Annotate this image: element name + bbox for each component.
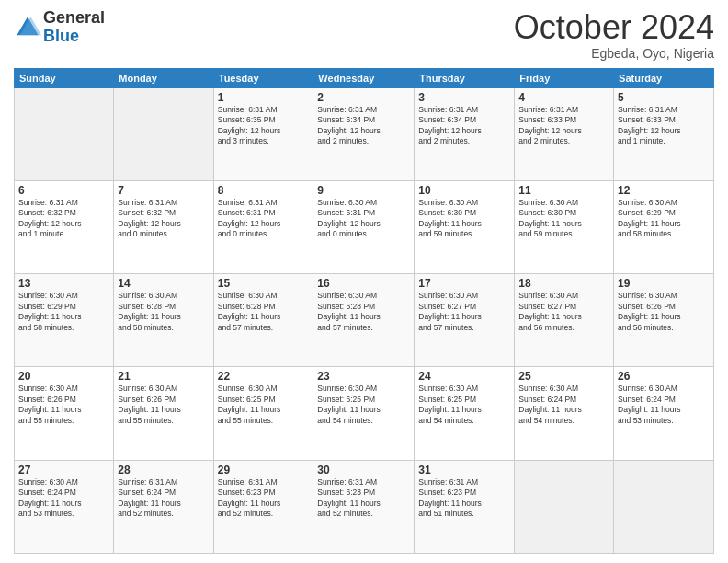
column-header-friday: Friday [515, 68, 614, 87]
page: General Blue October 2024 Egbeda, Oyo, N… [0, 0, 728, 563]
day-cell: 22Sunrise: 6:30 AM Sunset: 6:25 PM Dayli… [213, 367, 313, 460]
day-cell: 1Sunrise: 6:31 AM Sunset: 6:35 PM Daylig… [213, 87, 313, 180]
calendar-header-row: SundayMondayTuesdayWednesdayThursdayFrid… [15, 68, 714, 87]
week-row-4: 20Sunrise: 6:30 AM Sunset: 6:26 PM Dayli… [15, 367, 714, 460]
day-info: Sunrise: 6:30 AM Sunset: 6:26 PM Dayligh… [18, 384, 109, 426]
column-header-sunday: Sunday [15, 68, 114, 87]
day-info: Sunrise: 6:30 AM Sunset: 6:30 PM Dayligh… [518, 198, 609, 240]
header: General Blue October 2024 Egbeda, Oyo, N… [14, 9, 714, 61]
day-info: Sunrise: 6:30 AM Sunset: 6:24 PM Dayligh… [518, 384, 609, 426]
day-number: 9 [317, 184, 410, 197]
day-number: 10 [418, 184, 510, 197]
day-info: Sunrise: 6:31 AM Sunset: 6:24 PM Dayligh… [118, 477, 209, 520]
day-cell: 30Sunrise: 6:31 AM Sunset: 6:23 PM Dayli… [313, 460, 415, 553]
day-info: Sunrise: 6:30 AM Sunset: 6:28 PM Dayligh… [317, 291, 410, 333]
day-info: Sunrise: 6:30 AM Sunset: 6:25 PM Dayligh… [418, 384, 510, 426]
day-info: Sunrise: 6:30 AM Sunset: 6:26 PM Dayligh… [118, 384, 209, 426]
day-cell: 14Sunrise: 6:30 AM Sunset: 6:28 PM Dayli… [114, 274, 213, 367]
day-number: 3 [418, 91, 510, 104]
day-number: 25 [518, 370, 609, 383]
day-number: 18 [518, 277, 609, 290]
calendar-table: SundayMondayTuesdayWednesdayThursdayFrid… [14, 68, 714, 554]
day-info: Sunrise: 6:31 AM Sunset: 6:32 PM Dayligh… [118, 198, 209, 240]
day-cell: 23Sunrise: 6:30 AM Sunset: 6:25 PM Dayli… [313, 367, 415, 460]
day-number: 14 [118, 277, 209, 290]
day-cell: 21Sunrise: 6:30 AM Sunset: 6:26 PM Dayli… [114, 367, 213, 460]
day-number: 17 [418, 277, 510, 290]
logo-icon [14, 14, 41, 41]
day-info: Sunrise: 6:30 AM Sunset: 6:25 PM Dayligh… [317, 384, 410, 426]
day-number: 19 [618, 277, 710, 290]
day-number: 26 [618, 370, 710, 383]
day-cell [515, 460, 614, 553]
day-number: 20 [18, 370, 109, 383]
day-cell: 24Sunrise: 6:30 AM Sunset: 6:25 PM Dayli… [415, 367, 515, 460]
day-number: 31 [418, 464, 510, 477]
calendar-body: 1Sunrise: 6:31 AM Sunset: 6:35 PM Daylig… [15, 87, 714, 553]
day-number: 29 [218, 464, 310, 477]
day-info: Sunrise: 6:31 AM Sunset: 6:35 PM Dayligh… [218, 105, 310, 147]
day-info: Sunrise: 6:30 AM Sunset: 6:28 PM Dayligh… [118, 291, 209, 333]
logo-line1: General [43, 9, 105, 28]
day-cell: 18Sunrise: 6:30 AM Sunset: 6:27 PM Dayli… [515, 274, 614, 367]
day-info: Sunrise: 6:30 AM Sunset: 6:24 PM Dayligh… [618, 384, 710, 426]
day-cell [15, 87, 114, 180]
day-number: 8 [218, 184, 310, 197]
day-cell: 25Sunrise: 6:30 AM Sunset: 6:24 PM Dayli… [515, 367, 614, 460]
day-info: Sunrise: 6:31 AM Sunset: 6:32 PM Dayligh… [18, 198, 109, 240]
week-row-5: 27Sunrise: 6:30 AM Sunset: 6:24 PM Dayli… [15, 460, 714, 553]
week-row-1: 1Sunrise: 6:31 AM Sunset: 6:35 PM Daylig… [15, 87, 714, 180]
column-header-tuesday: Tuesday [213, 68, 313, 87]
day-info: Sunrise: 6:30 AM Sunset: 6:31 PM Dayligh… [317, 198, 410, 240]
day-info: Sunrise: 6:31 AM Sunset: 6:23 PM Dayligh… [317, 477, 410, 520]
week-row-3: 13Sunrise: 6:30 AM Sunset: 6:29 PM Dayli… [15, 274, 714, 367]
day-number: 7 [118, 184, 209, 197]
day-number: 6 [18, 184, 109, 197]
column-header-saturday: Saturday [614, 68, 714, 87]
day-number: 28 [118, 464, 209, 477]
day-info: Sunrise: 6:31 AM Sunset: 6:23 PM Dayligh… [218, 477, 310, 520]
day-info: Sunrise: 6:30 AM Sunset: 6:26 PM Dayligh… [618, 291, 710, 333]
day-info: Sunrise: 6:30 AM Sunset: 6:25 PM Dayligh… [218, 384, 310, 426]
subtitle: Egbeda, Oyo, Nigeria [514, 46, 714, 61]
day-cell: 7Sunrise: 6:31 AM Sunset: 6:32 PM Daylig… [114, 180, 213, 273]
day-cell: 19Sunrise: 6:30 AM Sunset: 6:26 PM Dayli… [614, 274, 714, 367]
day-number: 22 [218, 370, 310, 383]
day-number: 2 [317, 91, 410, 104]
day-cell: 31Sunrise: 6:31 AM Sunset: 6:23 PM Dayli… [415, 460, 515, 553]
title-section: October 2024 Egbeda, Oyo, Nigeria [514, 9, 714, 61]
day-info: Sunrise: 6:31 AM Sunset: 6:33 PM Dayligh… [618, 105, 710, 147]
day-number: 5 [618, 91, 710, 104]
day-cell: 12Sunrise: 6:30 AM Sunset: 6:29 PM Dayli… [614, 180, 714, 273]
day-info: Sunrise: 6:30 AM Sunset: 6:30 PM Dayligh… [418, 198, 510, 240]
day-info: Sunrise: 6:30 AM Sunset: 6:27 PM Dayligh… [518, 291, 609, 333]
day-number: 4 [518, 91, 609, 104]
column-header-thursday: Thursday [415, 68, 515, 87]
column-header-monday: Monday [114, 68, 213, 87]
day-cell: 20Sunrise: 6:30 AM Sunset: 6:26 PM Dayli… [15, 367, 114, 460]
day-number: 23 [317, 370, 410, 383]
day-cell: 17Sunrise: 6:30 AM Sunset: 6:27 PM Dayli… [415, 274, 515, 367]
day-cell: 5Sunrise: 6:31 AM Sunset: 6:33 PM Daylig… [614, 87, 714, 180]
day-cell [114, 87, 213, 180]
logo: General Blue [14, 9, 105, 46]
day-cell: 16Sunrise: 6:30 AM Sunset: 6:28 PM Dayli… [313, 274, 415, 367]
month-title: October 2024 [514, 9, 714, 46]
day-info: Sunrise: 6:31 AM Sunset: 6:33 PM Dayligh… [518, 105, 609, 147]
week-row-2: 6Sunrise: 6:31 AM Sunset: 6:32 PM Daylig… [15, 180, 714, 273]
day-cell: 26Sunrise: 6:30 AM Sunset: 6:24 PM Dayli… [614, 367, 714, 460]
day-info: Sunrise: 6:30 AM Sunset: 6:24 PM Dayligh… [18, 477, 109, 520]
day-info: Sunrise: 6:31 AM Sunset: 6:23 PM Dayligh… [418, 477, 510, 520]
day-info: Sunrise: 6:30 AM Sunset: 6:28 PM Dayligh… [218, 291, 310, 333]
day-cell: 6Sunrise: 6:31 AM Sunset: 6:32 PM Daylig… [15, 180, 114, 273]
day-number: 11 [518, 184, 609, 197]
day-cell: 27Sunrise: 6:30 AM Sunset: 6:24 PM Dayli… [15, 460, 114, 553]
day-cell: 29Sunrise: 6:31 AM Sunset: 6:23 PM Dayli… [213, 460, 313, 553]
day-info: Sunrise: 6:31 AM Sunset: 6:34 PM Dayligh… [418, 105, 510, 147]
day-info: Sunrise: 6:30 AM Sunset: 6:29 PM Dayligh… [18, 291, 109, 333]
day-info: Sunrise: 6:30 AM Sunset: 6:29 PM Dayligh… [618, 198, 710, 240]
day-cell: 8Sunrise: 6:31 AM Sunset: 6:31 PM Daylig… [213, 180, 313, 273]
day-cell: 11Sunrise: 6:30 AM Sunset: 6:30 PM Dayli… [515, 180, 614, 273]
logo-line2: Blue [43, 28, 105, 46]
day-cell: 15Sunrise: 6:30 AM Sunset: 6:28 PM Dayli… [213, 274, 313, 367]
